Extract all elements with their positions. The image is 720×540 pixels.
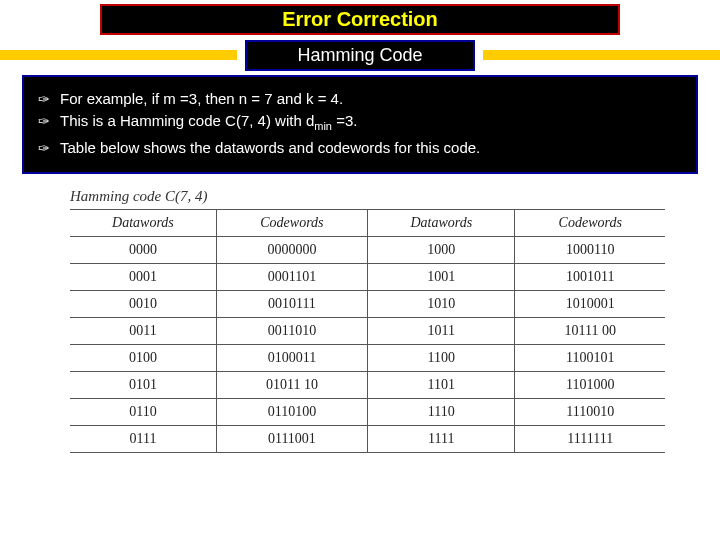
stripe-row: Hamming Code [0, 41, 720, 69]
col-header: Codewords [515, 210, 665, 237]
table-row: 0111011100111111111111 [70, 426, 665, 453]
bullet-item: ✑ Table below shows the datawords and co… [38, 138, 682, 158]
content-box: ✑ For example, if m =3, then n = 7 and k… [22, 75, 698, 174]
table-row: 010101011 1011011101000 [70, 372, 665, 399]
bullet-icon: ✑ [38, 138, 60, 158]
table-row: 0000000000010001000110 [70, 237, 665, 264]
col-header: Codewords [216, 210, 367, 237]
subtitle-text: Hamming Code [297, 45, 422, 65]
table-row: 0100010001111001100101 [70, 345, 665, 372]
slide-title: Error Correction [282, 8, 438, 30]
subtitle-box: Hamming Code [245, 40, 474, 71]
bullet-text: This is a Hamming code C(7, 4) with dmin… [60, 111, 357, 136]
col-header: Datawords [367, 210, 515, 237]
bullet-item: ✑ For example, if m =3, then n = 7 and k… [38, 89, 682, 109]
table-body: 0000000000010001000110 00010001101100110… [70, 237, 665, 453]
hamming-table: Datawords Codewords Datawords Codewords … [70, 209, 665, 453]
bullet-icon: ✑ [38, 89, 60, 109]
title-bar: Error Correction [100, 4, 620, 35]
table-row: 0001000110110011001011 [70, 264, 665, 291]
table-caption: Hamming code C(7, 4) [70, 188, 720, 205]
table-header-row: Datawords Codewords Datawords Codewords [70, 210, 665, 237]
stripe-right [483, 50, 720, 60]
table-row: 0010001011110101010001 [70, 291, 665, 318]
stripe-left [0, 50, 237, 60]
table-row: 00110011010101110111 00 [70, 318, 665, 345]
table-wrap: Datawords Codewords Datawords Codewords … [70, 209, 665, 453]
bullet-text: Table below shows the datawords and code… [60, 138, 480, 158]
bullet-icon: ✑ [38, 111, 60, 131]
table-row: 0110011010011101110010 [70, 399, 665, 426]
col-header: Datawords [70, 210, 216, 237]
bullet-item: ✑ This is a Hamming code C(7, 4) with dm… [38, 111, 682, 136]
bullet-text: For example, if m =3, then n = 7 and k =… [60, 89, 343, 109]
